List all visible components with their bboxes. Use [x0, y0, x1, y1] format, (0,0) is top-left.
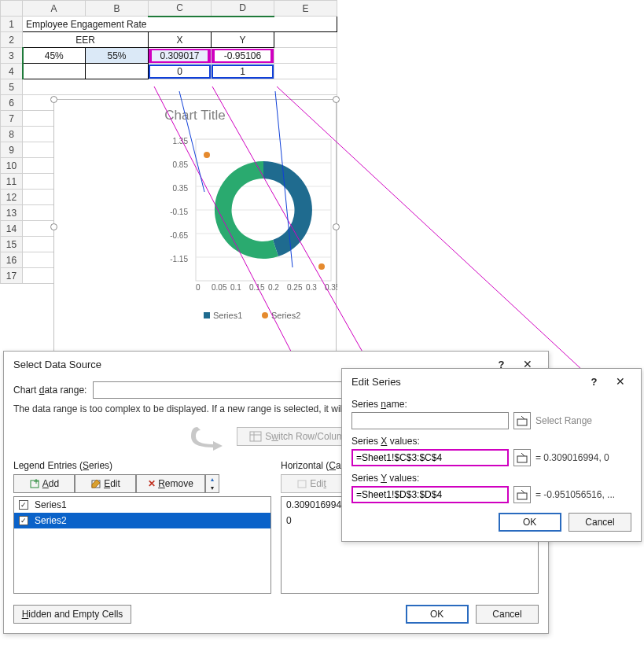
axis-edit-button: Edit: [281, 474, 342, 493]
svg-text:0.35: 0.35: [325, 283, 337, 292]
range-label: Chart data range:: [13, 385, 86, 396]
svg-text:-0.65: -0.65: [170, 231, 188, 240]
svg-point-7: [318, 263, 325, 270]
hidden-empty-cells-button[interactable]: Hidden and Empty Cells: [13, 605, 131, 624]
list-item[interactable]: ✓Series2: [14, 513, 270, 528]
y-header[interactable]: Y: [212, 32, 274, 48]
move-series-spinner[interactable]: ▴▾: [205, 474, 219, 493]
svg-text:0.25: 0.25: [287, 283, 303, 292]
dialog-title: Edit Series: [351, 376, 401, 388]
col-C[interactable]: C: [149, 1, 212, 17]
ok-button[interactable]: OK: [406, 605, 469, 624]
series-y-input[interactable]: [351, 486, 509, 503]
col-D[interactable]: D: [212, 1, 274, 17]
svg-text:0.35: 0.35: [173, 184, 189, 193]
svg-text:0.05: 0.05: [212, 283, 227, 292]
series-x-input[interactable]: [351, 449, 509, 466]
switch-arrow-icon: [190, 421, 237, 452]
range-picker-icon[interactable]: [513, 412, 531, 429]
svg-text:0.85: 0.85: [173, 160, 189, 169]
svg-point-6: [204, 152, 210, 158]
cell-D4[interactable]: 1: [212, 64, 274, 79]
series-x-label: Series X values:: [351, 436, 631, 447]
row-2[interactable]: 2: [1, 32, 23, 48]
add-button[interactable]: Add: [13, 474, 75, 493]
svg-text:Series1: Series1: [213, 311, 242, 320]
svg-point-24: [262, 312, 268, 318]
svg-rect-22: [204, 312, 210, 318]
col-E[interactable]: E: [274, 1, 337, 17]
svg-text:0.2: 0.2: [268, 283, 279, 292]
series-y-label: Series Y values:: [351, 473, 631, 484]
chart-title[interactable]: Chart Title: [54, 108, 336, 123]
svg-rect-40: [517, 419, 527, 425]
ok-button[interactable]: OK: [499, 513, 561, 532]
list-item[interactable]: ✓Series1: [14, 497, 270, 513]
cancel-button[interactable]: Cancel: [569, 513, 631, 532]
series-x-preview: = 0.309016994, 0: [535, 452, 609, 463]
select-range-hint: Select Range: [535, 415, 592, 426]
series-name-input[interactable]: [351, 412, 509, 429]
x-header[interactable]: X: [149, 32, 212, 48]
close-icon[interactable]: ✕: [609, 375, 631, 388]
svg-text:-1.15: -1.15: [170, 255, 188, 263]
row-4[interactable]: 4: [1, 64, 23, 79]
col-A[interactable]: A: [23, 1, 86, 17]
cancel-button[interactable]: Cancel: [476, 605, 539, 624]
range-picker-icon[interactable]: [513, 486, 531, 503]
series-listbox[interactable]: ✓Series1 ✓Series2: [13, 496, 271, 594]
svg-text:Series2: Series2: [271, 311, 300, 320]
legend-entries-label: Legend Entries (Series): [13, 460, 271, 471]
dialog-title: Select Data Source: [13, 359, 101, 370]
remove-button[interactable]: ✕Remove: [136, 474, 205, 493]
svg-text:1.35: 1.35: [173, 137, 189, 145]
svg-text:-0.15: -0.15: [170, 208, 188, 216]
svg-rect-39: [298, 480, 306, 488]
row-1[interactable]: 1: [1, 17, 23, 32]
svg-text:0.15: 0.15: [249, 283, 265, 292]
chart-object[interactable]: Chart Title 1.35 0.85 0.35 -0.15 -0.65 -…: [53, 99, 337, 355]
cell-C4[interactable]: 0: [149, 64, 212, 79]
help-icon[interactable]: ?: [581, 376, 606, 388]
svg-rect-32: [250, 432, 261, 441]
range-picker-icon[interactable]: [513, 449, 531, 466]
svg-rect-41: [517, 456, 527, 462]
cell-A3[interactable]: 45%: [23, 48, 86, 64]
svg-text:0.1: 0.1: [230, 283, 241, 292]
eer-header[interactable]: EER: [23, 32, 149, 48]
edit-button[interactable]: Edit: [75, 474, 136, 493]
edit-series-dialog[interactable]: Edit Series ? ✕ Series name: Select Rang…: [341, 368, 642, 542]
title-cell[interactable]: Employee Engagement Rate: [23, 17, 337, 32]
col-B[interactable]: B: [86, 1, 149, 17]
series-y-preview: = -0.951056516, ...: [535, 489, 615, 500]
svg-text:0.3: 0.3: [306, 283, 317, 292]
svg-text:0: 0: [196, 283, 201, 292]
cell-A4[interactable]: [23, 64, 86, 79]
cell-C3[interactable]: 0.309017: [149, 48, 212, 64]
series-name-label: Series name:: [351, 399, 631, 410]
cell-B4[interactable]: [86, 64, 149, 79]
row-3[interactable]: 3: [1, 48, 23, 64]
svg-rect-42: [517, 493, 527, 499]
cell-B3[interactable]: 55%: [86, 48, 149, 64]
chart-plot: 1.35 0.85 0.35 -0.15 -0.65 -1.15 0 0.05 …: [54, 123, 337, 328]
cell-D3[interactable]: -0.95106: [212, 48, 274, 64]
